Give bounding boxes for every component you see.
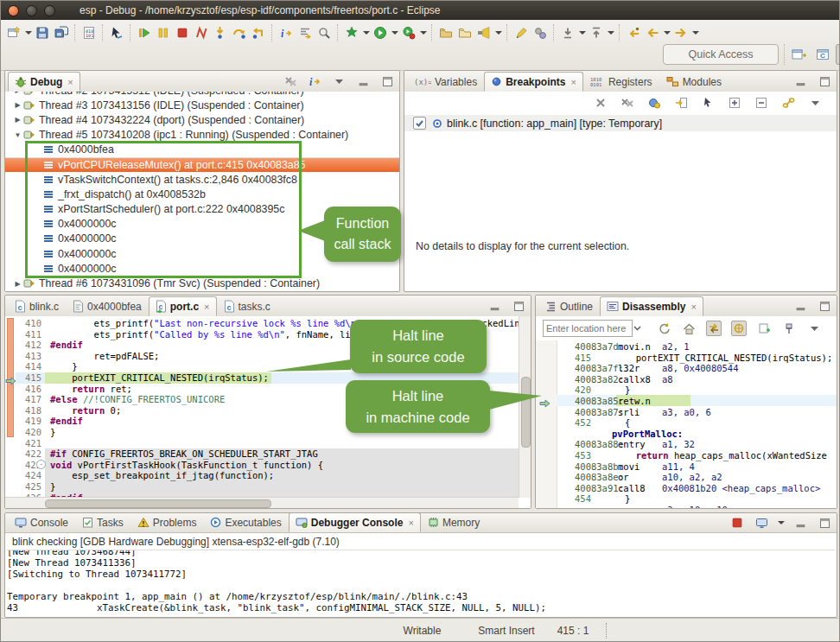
disassembly-source-row[interactable]: 454}	[536, 493, 837, 505]
disassembly-instruction-row[interactable]: 40083a7d:movi.na2, 1	[536, 341, 837, 353]
disassembly-instruction-row[interactable]: ora2, a10, a10	[536, 505, 837, 508]
debug-perspective-icon[interactable]	[836, 44, 840, 65]
location-dropdown-icon[interactable]	[633, 319, 642, 338]
remove-icon[interactable]	[591, 93, 610, 112]
disconnect-icon[interactable]	[192, 23, 211, 42]
dd-icon[interactable]	[390, 23, 399, 42]
tab-blink-c[interactable]: cblink.c	[8, 296, 66, 316]
maximize-icon[interactable]	[815, 513, 834, 532]
back-icon[interactable]	[643, 23, 662, 42]
dd-icon[interactable]	[690, 23, 700, 42]
code-line-423[interactable]: 423void vPortFirstTaskHook(TaskFunction_…	[5, 460, 519, 471]
link-with-debug-icon[interactable]	[779, 93, 798, 112]
maximize-icon[interactable]	[815, 72, 834, 91]
save-icon[interactable]	[33, 23, 52, 42]
disassembly-instruction-row[interactable]: 40083a87:srlia3, a0, 6	[536, 407, 837, 418]
home-icon[interactable]	[679, 319, 698, 338]
breakpoint-checkbox[interactable]	[413, 117, 426, 130]
view-menu-icon[interactable]	[805, 319, 824, 338]
select-pointer-icon[interactable]	[698, 93, 717, 112]
display-console-icon[interactable]	[752, 513, 771, 532]
minimize-icon[interactable]	[791, 296, 810, 315]
debug-thread-row[interactable]: ▶Thread #4 1073432224 (dport) (Suspended…	[5, 112, 399, 127]
disassembly-instruction-row[interactable]: 40083a85:retw.n	[536, 396, 837, 407]
goto-file-icon[interactable]	[671, 93, 690, 112]
disassembly-source-row[interactable]: 453 return heap_caps_malloc(xWantedSize	[536, 450, 837, 461]
breakpoint-list-item[interactable]: blink.c [function: app_main] [type: Temp…	[404, 115, 837, 131]
next-annotation-icon[interactable]	[558, 23, 577, 42]
tab-0x4000bfea[interactable]: 0x4000bfea	[66, 296, 149, 316]
minimize-icon[interactable]	[791, 513, 810, 532]
tab-debug[interactable]: Debug×	[8, 72, 80, 92]
tab-tasks[interactable]: Tasks	[75, 512, 130, 532]
code-line-424[interactable]: 424 esp_set_breakpoint_if_jtag(function)…	[5, 470, 519, 481]
debug-launch-icon[interactable]	[342, 23, 361, 42]
tab-close-icon[interactable]: ×	[408, 518, 413, 528]
new-view-icon[interactable]	[754, 319, 773, 338]
window-close-button[interactable]	[8, 5, 19, 16]
expander-icon[interactable]: ▶	[12, 92, 23, 94]
tab-problems[interactable]: Problems	[130, 512, 204, 532]
dd-icon[interactable]	[577, 23, 587, 42]
disassembly-source-row[interactable]: 415 portEXIT_CRITICAL_NESTED(irqStatus);	[536, 353, 837, 364]
binary-icon[interactable]: 010101	[80, 23, 99, 42]
window-minimize-button[interactable]	[26, 5, 37, 16]
remove-terminated-icon[interactable]	[281, 72, 300, 91]
quick-access-button[interactable]: Quick Access	[663, 44, 779, 65]
disassembly-instruction-row[interactable]: 40083a7f:l32ra8, 0x40080544	[536, 363, 837, 374]
suspend-icon[interactable]	[154, 23, 173, 42]
debug-thread-row[interactable]: ▼Thread #5 1073410208 (ipc1 : Running) (…	[5, 128, 399, 143]
maximize-icon[interactable]	[815, 296, 834, 315]
forward-icon[interactable]	[671, 23, 690, 42]
terminate-icon[interactable]	[173, 23, 192, 42]
window-maximize-button[interactable]	[44, 5, 55, 16]
show-execution-icon[interactable]	[296, 23, 315, 42]
dd-icon[interactable]	[606, 23, 615, 42]
dd-icon[interactable]	[418, 23, 428, 42]
tab-port-c[interactable]: cport.c×	[149, 296, 217, 316]
open-resource-icon[interactable]	[455, 23, 474, 42]
tab-debugger-console[interactable]: Debugger Console×	[289, 512, 421, 532]
tab-outline[interactable]: Outline	[538, 296, 600, 316]
instruction-step-icon[interactable]: i	[277, 23, 296, 42]
step-return-icon[interactable]	[249, 23, 268, 42]
new-wizard-icon[interactable]	[4, 23, 23, 42]
run-launch-icon[interactable]	[371, 23, 390, 42]
debug-thread-row[interactable]: ▶Thread #2 1073415512 (IDLE) (Suspended …	[5, 92, 399, 98]
remove-all-icon[interactable]	[618, 93, 637, 112]
debug-stack-frame-row[interactable]: _frxt_dispatch() at 0x4008532b	[5, 187, 399, 201]
mark-occurrences-icon[interactable]	[512, 23, 531, 42]
minimize-icon[interactable]	[791, 72, 810, 91]
resume-icon[interactable]	[135, 23, 154, 42]
disassembly-source-row[interactable]: 420}	[536, 385, 837, 396]
expander-icon[interactable]: ▼	[12, 131, 23, 139]
tab-registers[interactable]: 10100101Registers	[583, 72, 659, 92]
expander-icon[interactable]: ▶	[12, 116, 23, 124]
sync-active-context-icon[interactable]	[704, 319, 723, 338]
expander-icon[interactable]: ▶	[12, 280, 23, 288]
search-icon[interactable]	[474, 23, 493, 42]
tab-disassembly[interactable]: Disassembly×	[600, 296, 703, 316]
disassembly-instruction-row[interactable]: 40083a91:call80x40081b20 <heap_caps_mall…	[536, 483, 837, 494]
debug-thread-row[interactable]: ▶Thread #3 1073413156 (IDLE) (Suspended …	[5, 98, 399, 112]
open-perspective-icon[interactable]	[789, 44, 810, 65]
code-line-421[interactable]: 421	[5, 438, 519, 449]
dd-icon[interactable]	[776, 513, 786, 532]
external-tools-icon[interactable]	[399, 23, 418, 42]
tab-tasks-c[interactable]: ctasks.c	[217, 296, 277, 316]
expand-all-icon[interactable]	[725, 93, 744, 112]
code-line-425[interactable]: 425}	[5, 481, 519, 493]
editor-horizontal-scrollbar[interactable]	[5, 497, 519, 508]
tab-close-icon[interactable]: ×	[67, 77, 73, 87]
scrollbar-thumb[interactable]	[45, 499, 271, 508]
debug-stack-frame-row[interactable]: 0x4000bfea	[5, 143, 399, 157]
collapse-all-icon[interactable]	[752, 93, 771, 112]
dd-icon[interactable]	[493, 23, 503, 42]
step-over-icon[interactable]	[230, 23, 249, 42]
disassembly-instruction-row[interactable]: 40083a8e:ora10, a2, a2	[536, 472, 837, 483]
disassembly-source-row[interactable]: 452{	[536, 417, 837, 429]
view-menu-icon[interactable]	[329, 72, 348, 91]
cpp-perspective-icon[interactable]: C	[812, 44, 833, 65]
disassembly-instruction-row[interactable]: 40083a82:callx8a8	[536, 374, 837, 385]
expander-icon[interactable]: ▶	[12, 101, 23, 109]
